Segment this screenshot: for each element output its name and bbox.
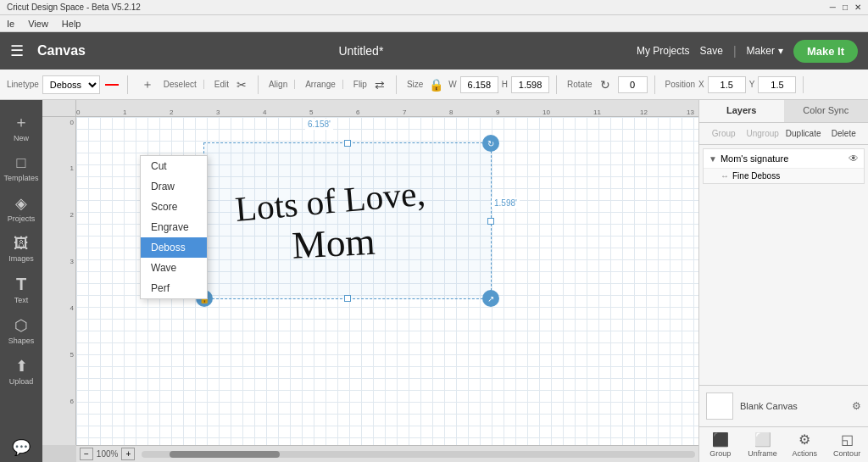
save-button[interactable]: Save (700, 45, 723, 57)
rotate-input[interactable] (618, 76, 648, 93)
edit-icon[interactable]: ✂ (232, 75, 251, 94)
svg-text:Mom: Mom (291, 220, 376, 267)
sidebar-item-templates[interactable]: □ Templates (0, 149, 42, 187)
selection-box[interactable]: ↻ 🔒 ↗ Lots of Love, Mom (203, 142, 492, 299)
dropdown-item-cut[interactable]: Cut (141, 156, 207, 176)
handle-right[interactable] (487, 218, 494, 225)
sidebar-item-chat[interactable]: 💬 (0, 433, 42, 462)
dropdown-item-wave[interactable]: Wave (141, 258, 207, 278)
h-label: H (502, 80, 508, 89)
group-icon: ⬛ (712, 431, 729, 448)
eye-icon[interactable]: 👁 (849, 153, 859, 164)
linetype-select[interactable]: Deboss (42, 75, 100, 94)
sidebar-label-images: Images (8, 254, 34, 263)
duplicate-button[interactable]: Duplicate (784, 126, 823, 141)
close-btn[interactable]: ✕ (854, 3, 861, 12)
dropdown-item-deboss[interactable]: Deboss (141, 237, 207, 258)
sidebar-item-new[interactable]: ＋ New (0, 107, 42, 148)
height-input[interactable] (511, 76, 549, 93)
handle-top[interactable] (344, 140, 351, 147)
maker-button[interactable]: Maker ▾ (747, 45, 783, 57)
arrange-group: Arrange (305, 80, 343, 89)
dropdown-item-score[interactable]: Score (141, 197, 207, 217)
layer-name: Mom's signature (721, 153, 845, 164)
chevron-down-icon: ▾ (778, 45, 783, 57)
delete-button[interactable]: Delete (826, 126, 861, 141)
title-bar: Cricut Design Space - Beta V5.2.12 ─ □ ✕ (0, 0, 868, 15)
left-sidebar: ＋ New □ Templates ◈ Projects 🖼 Images T … (0, 100, 42, 462)
sidebar-label-new: New (14, 134, 29, 142)
flip-icon[interactable]: ⇄ (370, 75, 389, 94)
bottom-group-btn[interactable]: ⬛ Group (699, 427, 742, 462)
sidebar-item-text[interactable]: T Text (0, 270, 42, 309)
menu-item-help[interactable]: Help (62, 19, 81, 29)
bottom-contour-btn[interactable]: ◱ Contour (826, 427, 868, 462)
panel-bottom-actions: ⬛ Group ⬜ Unframe ⚙ Actions ◱ Contour (699, 426, 868, 462)
width-input[interactable] (460, 76, 498, 93)
position-label: Position (665, 80, 696, 89)
sidebar-label-upload: Upload (9, 377, 34, 386)
linetype-group: Linetype Deboss (7, 75, 128, 94)
ruler-vertical: 0 1 2 3 4 5 6 7 (42, 117, 76, 445)
contour-icon: ◱ (841, 431, 854, 448)
top-nav: ☰ Canvas Untitled* My Projects Save | Ma… (0, 32, 868, 70)
menu-item-ie[interactable]: Ie (7, 19, 14, 29)
linetype-dropdown: Cut Draw Score Engrave Deboss Wave Perf (140, 155, 208, 299)
bottom-unframe-btn[interactable]: ⬜ Unframe (742, 427, 784, 462)
templates-icon: □ (17, 154, 26, 172)
panel-toolbar: Group Ungroup Duplicate Delete (699, 123, 868, 145)
canvas-color-preview[interactable] (706, 392, 733, 420)
zoom-in-button[interactable]: + (121, 448, 135, 460)
w-label: W (448, 80, 456, 89)
dim-height-label: 1.598' (492, 198, 520, 209)
dropdown-item-perf[interactable]: Perf (141, 278, 207, 298)
sidebar-item-shapes[interactable]: ⬡ Shapes (0, 311, 42, 350)
minimize-btn[interactable]: ─ (830, 3, 836, 12)
edit-label: Edit (214, 80, 229, 89)
deselect-group: Deselect (164, 80, 204, 89)
layer-item-fine-deboss[interactable]: ↔ Fine Deboss (704, 168, 864, 183)
bottom-actions-btn[interactable]: ⚙ Actions (784, 427, 826, 462)
shapes-icon: ⬡ (14, 316, 28, 335)
scroll-track[interactable] (142, 451, 695, 458)
ungroup-button[interactable]: Ungroup (744, 126, 780, 141)
signature-svg: Lots of Love, Mom (209, 148, 488, 287)
size-group: Size 🔒 W H (407, 75, 557, 94)
my-projects-button[interactable]: My Projects (637, 45, 690, 57)
horizontal-scrollbar[interactable]: − 100% + (76, 445, 698, 462)
canvas-settings-icon[interactable]: ⚙ (852, 400, 861, 412)
tab-layers[interactable]: Layers (699, 100, 784, 122)
sidebar-item-projects[interactable]: ◈ Projects (0, 189, 42, 228)
sidebar-item-images[interactable]: 🖼 Images (0, 230, 42, 268)
tab-color-sync[interactable]: Color Sync (784, 100, 869, 122)
sidebar-label-shapes: Shapes (8, 337, 35, 345)
layer-group-moms-signature: ▼ Mom's signature 👁 ↔ Fine Deboss (703, 148, 865, 184)
sidebar-item-upload[interactable]: ⬆ Upload (0, 352, 42, 391)
chat-icon: 💬 (12, 438, 31, 457)
scroll-thumb[interactable] (170, 451, 281, 458)
x-input[interactable] (708, 76, 746, 93)
size-label: Size (407, 80, 423, 89)
hamburger-icon[interactable]: ☰ (10, 42, 24, 60)
dropdown-item-draw[interactable]: Draw (141, 176, 207, 197)
add-icon[interactable]: ＋ (138, 75, 157, 94)
make-it-button[interactable]: Make It (793, 40, 858, 63)
y-input[interactable] (758, 76, 796, 93)
menu-item-view[interactable]: View (28, 19, 48, 29)
bottom-unframe-label: Unframe (748, 449, 777, 458)
handle-bottom[interactable] (344, 295, 351, 302)
scale-handle-br[interactable]: ↗ (482, 290, 499, 307)
zoom-controls: − 100% + (80, 448, 135, 460)
align-group: Align (269, 80, 295, 89)
dropdown-item-engrave[interactable]: Engrave (141, 217, 207, 237)
layer-header[interactable]: ▼ Mom's signature 👁 (704, 149, 864, 168)
lock-aspect-icon[interactable]: 🔒 (426, 75, 445, 94)
title-bar-text: Cricut Design Space - Beta V5.2.12 (7, 3, 141, 12)
deselect-label: Deselect (164, 80, 197, 89)
zoom-out-button[interactable]: − (80, 448, 93, 460)
maximize-btn[interactable]: □ (843, 3, 848, 12)
rotate-label: Rotate (567, 80, 592, 89)
rotate-icon[interactable]: ↻ (596, 75, 615, 94)
group-button[interactable]: Group (706, 126, 741, 141)
images-icon: 🖼 (14, 235, 29, 253)
